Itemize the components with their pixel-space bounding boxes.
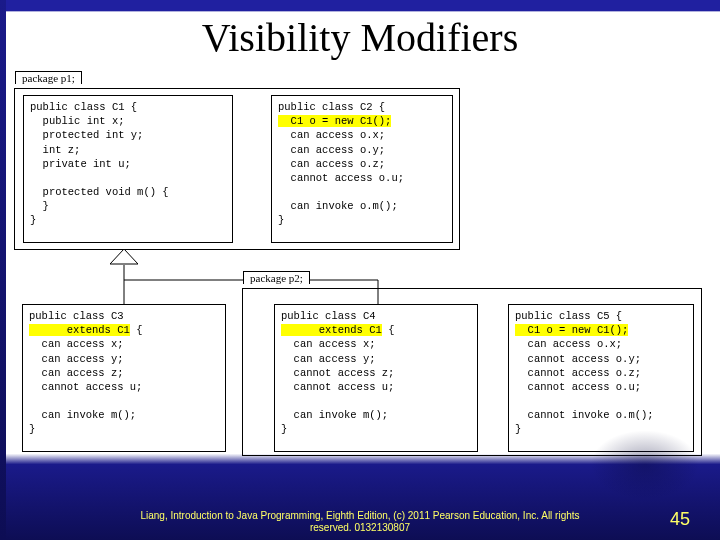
c2-l5: can access o.z; — [278, 158, 385, 170]
class-c1: public class C1 { public int x; protecte… — [23, 95, 233, 243]
c5-l4: cannot access o.y; — [515, 353, 641, 365]
c1-l8: } — [30, 200, 49, 212]
c2-l4: can access o.y; — [278, 144, 385, 156]
c3-l6: cannot access u; — [29, 381, 142, 393]
c3-h2: extends C1 — [29, 324, 130, 336]
c2-l1: public class C2 { — [278, 101, 385, 113]
c5-l9: } — [515, 423, 521, 435]
page-number: 45 — [670, 509, 690, 530]
c1-l3: protected int y; — [30, 129, 143, 141]
class-c2: public class C2 { C1 o = new C1(); can a… — [271, 95, 453, 243]
slide: Visibility Modifiers package p1; public … — [0, 0, 720, 540]
slide-title: Visibility Modifiers — [0, 14, 720, 61]
class-c3: public class C3 extends C1 { can access … — [22, 304, 226, 452]
c1-l2: public int x; — [30, 115, 125, 127]
c4-h2s: { — [382, 324, 395, 336]
package-p2-label: package p2; — [243, 271, 310, 284]
c4-l8: can invoke m(); — [281, 409, 388, 421]
left-accent-bar — [0, 0, 6, 540]
c5-l8: cannot invoke o.m(); — [515, 409, 654, 421]
c4-l5: cannot access z; — [281, 367, 394, 379]
c4-l4: can access y; — [281, 353, 376, 365]
c2-l6: cannot access o.u; — [278, 172, 404, 184]
class-c5: public class C5 { C1 o = new C1(); can a… — [508, 304, 694, 452]
footer-text: Liang, Introduction to Java Programming,… — [120, 510, 600, 534]
c3-l8: can invoke m(); — [29, 409, 136, 421]
c5-l3: can access o.x; — [515, 338, 622, 350]
c4-l9: } — [281, 423, 287, 435]
c4-l1: public class C4 — [281, 310, 376, 322]
c5-l1: public class C5 { — [515, 310, 622, 322]
c2-h2: C1 o = new C1(); — [278, 115, 391, 127]
inheritance-arrowhead — [110, 249, 138, 265]
c1-l1: public class C1 { — [30, 101, 137, 113]
diagram-area: package p1; public class C1 { public int… — [10, 70, 710, 460]
c1-l9: } — [30, 214, 36, 226]
c3-l5: can access z; — [29, 367, 124, 379]
c1-l5: private int u; — [30, 158, 131, 170]
c4-l3: can access x; — [281, 338, 376, 350]
c2-l8: can invoke o.m(); — [278, 200, 398, 212]
c2-l3: can access o.x; — [278, 129, 385, 141]
c4-h2: extends C1 — [281, 324, 382, 336]
c1-l7: protected void m() { — [30, 186, 169, 198]
c3-h2s: { — [130, 324, 143, 336]
c2-l9: } — [278, 214, 284, 226]
c3-l1: public class C3 — [29, 310, 124, 322]
c3-l3: can access x; — [29, 338, 124, 350]
c4-l6: cannot access u; — [281, 381, 394, 393]
package-p1-frame: package p1; public class C1 { public int… — [14, 88, 460, 250]
c5-l6: cannot access o.u; — [515, 381, 641, 393]
c5-l5: cannot access o.z; — [515, 367, 641, 379]
c3-l9: } — [29, 423, 35, 435]
svg-marker-0 — [110, 249, 138, 264]
package-p1-label: package p1; — [15, 71, 82, 84]
c5-h2: C1 o = new C1(); — [515, 324, 628, 336]
c3-l4: can access y; — [29, 353, 124, 365]
c1-l4: int z; — [30, 144, 80, 156]
class-c4: public class C4 extends C1 { can access … — [274, 304, 478, 452]
